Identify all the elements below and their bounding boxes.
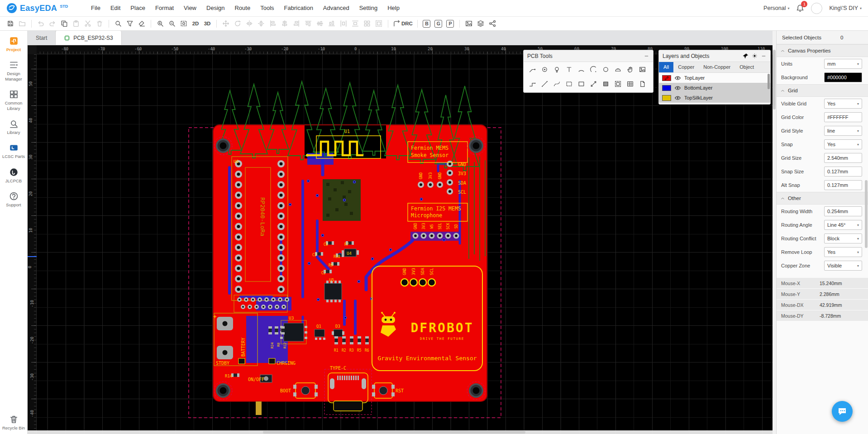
share-button[interactable]	[486, 18, 498, 29]
grid-size-input[interactable]: 2.540mm	[824, 153, 862, 163]
align-left-button[interactable]	[267, 18, 279, 29]
find-similar-button[interactable]	[124, 18, 136, 29]
pin-icon[interactable]	[743, 53, 749, 59]
username-dropdown[interactable]: King\'S DIY▾	[829, 5, 862, 11]
eraser-button[interactable]	[136, 18, 148, 29]
layers-tab-object[interactable]: Object	[735, 62, 758, 72]
section-other[interactable]: Other	[777, 192, 868, 205]
cut-button[interactable]	[82, 18, 94, 29]
layer-row-toplayer[interactable]: TopLayer	[659, 73, 770, 83]
layer-color-swatch[interactable]	[662, 95, 671, 101]
align-middle-button[interactable]	[314, 18, 326, 29]
align-bottom-button[interactable]	[326, 18, 338, 29]
sidebar-item-design-manager[interactable]: Design Manager	[0, 60, 27, 81]
sidebar-item-support[interactable]: Support	[0, 191, 27, 207]
layers-tab-all[interactable]: All	[659, 62, 673, 72]
horizontal-scrollbar-thumb[interactable]	[263, 431, 525, 434]
redo-button[interactable]	[47, 18, 58, 29]
menu-route[interactable]: Route	[229, 0, 255, 16]
menu-edit[interactable]: Edit	[105, 0, 125, 16]
pcbtool-protractor[interactable]	[612, 63, 624, 76]
pcbtool-image[interactable]	[636, 63, 649, 76]
easyeda-logo[interactable]: EasyEDA STD	[6, 3, 86, 14]
pcbtool-measure[interactable]	[587, 78, 600, 90]
tab-start[interactable]: Start	[28, 31, 56, 45]
delete-button[interactable]	[94, 18, 105, 29]
array-button[interactable]	[361, 18, 373, 29]
menu-help[interactable]: Help	[382, 0, 405, 16]
open-button[interactable]	[16, 18, 28, 29]
sidebar-item-lcsc-parts[interactable]: LCSC Parts	[0, 143, 27, 159]
section-grid[interactable]: Grid	[777, 84, 868, 97]
pcbtool-circle[interactable]	[600, 63, 612, 76]
move-button[interactable]	[220, 18, 232, 29]
pick-place-button[interactable]: P	[444, 18, 456, 29]
drc-check-button[interactable]: DRC	[391, 18, 414, 29]
flip-horizontal-button[interactable]	[243, 18, 255, 29]
sidebar-item-library[interactable]: Library	[0, 119, 27, 135]
routing-width-input[interactable]: 0.254mm	[824, 206, 862, 216]
minimize-icon[interactable]	[761, 53, 767, 59]
notifications-button[interactable]: 1	[796, 4, 804, 12]
menu-design[interactable]: Design	[201, 0, 229, 16]
rotate-button[interactable]	[232, 18, 243, 29]
vertical-scrollbar-thumb[interactable]	[773, 50, 776, 110]
pcbtool-pad[interactable]	[551, 63, 563, 76]
layer-manager-button[interactable]	[475, 18, 486, 29]
menu-fabrication[interactable]: Fabrication	[279, 0, 318, 16]
chat-support-button[interactable]	[832, 401, 853, 422]
units-select[interactable]: mm▾	[824, 59, 862, 69]
routing-conflict-select[interactable]: Block▾	[824, 234, 862, 243]
grid-style-select[interactable]: line▾	[824, 126, 862, 136]
menu-view[interactable]: View	[179, 0, 201, 16]
pcbtool-group[interactable]	[612, 78, 624, 90]
pcbtool-polyline[interactable]	[526, 78, 539, 90]
layers-scrollbar-thumb[interactable]	[768, 74, 770, 89]
pcbtool-track[interactable]	[526, 63, 539, 76]
pcbtool-region[interactable]	[600, 78, 612, 90]
snap-size-input[interactable]: 0.127mm	[824, 167, 862, 176]
menu-tools[interactable]: Tools	[255, 0, 279, 16]
layers-panel-title-bar[interactable]: Layers and Objects	[659, 50, 770, 62]
avatar[interactable]	[811, 3, 822, 14]
layers-tab-non-copper[interactable]: Non-Copper	[699, 62, 735, 72]
zoom-in-button[interactable]	[154, 18, 166, 29]
section-canvas-properties[interactable]: Canvas Properties	[777, 44, 868, 57]
group-button[interactable]	[373, 18, 385, 29]
pcbtool-sheet[interactable]	[636, 78, 649, 90]
grid-color-color-field[interactable]: #FFFFFF	[824, 112, 862, 122]
sidebar-item-recycle-bin[interactable]: Recycle Bin	[0, 415, 27, 430]
tab-pcb-esp32-s3[interactable]: PCB_ESP32-S3	[56, 31, 121, 45]
menu-format[interactable]: Format	[150, 0, 179, 16]
pcbtool-spline[interactable]	[551, 78, 563, 90]
background-color-field[interactable]: #000000	[824, 72, 862, 82]
distribute-v-button[interactable]	[349, 18, 361, 29]
search-button[interactable]	[112, 18, 124, 29]
menu-setting[interactable]: Setting	[354, 0, 382, 16]
account-plan-dropdown[interactable]: Personal▾	[763, 5, 789, 11]
menu-place[interactable]: Place	[125, 0, 150, 16]
pcbtool-text[interactable]	[563, 63, 575, 76]
vertical-scrollbar[interactable]	[773, 31, 776, 434]
sidebar-item-project[interactable]: Project	[0, 36, 27, 52]
paste-button[interactable]	[70, 18, 82, 29]
pcbtool-panelize[interactable]	[624, 78, 636, 90]
pcbtool-hand[interactable]	[624, 63, 636, 76]
pcbtool-via[interactable]	[539, 63, 551, 76]
snap-select[interactable]: Yes▾	[824, 139, 862, 149]
pcbtool-arc[interactable]	[575, 63, 587, 76]
view-2d-button[interactable]: 2D	[190, 18, 201, 29]
gear-icon[interactable]	[752, 53, 758, 59]
visible-grid-select[interactable]: Yes▾	[824, 99, 862, 109]
routing-angle-select[interactable]: Line 45°▾	[824, 220, 862, 230]
pcb-tools-title-bar[interactable]: PCB Tools	[524, 50, 653, 62]
layer-color-swatch[interactable]	[662, 85, 671, 91]
layer-row-bottomlayer[interactable]: BottomLayer	[659, 83, 770, 93]
layer-row-topsilklayer[interactable]: TopSilkLayer	[659, 93, 770, 103]
menu-advanced[interactable]: Advanced	[318, 0, 354, 16]
horizontal-scrollbar[interactable]	[28, 430, 773, 434]
pcbtool-rect[interactable]	[575, 78, 587, 90]
save-button[interactable]	[5, 18, 16, 29]
align-top-button[interactable]	[302, 18, 314, 29]
export-image-button[interactable]	[463, 18, 475, 29]
